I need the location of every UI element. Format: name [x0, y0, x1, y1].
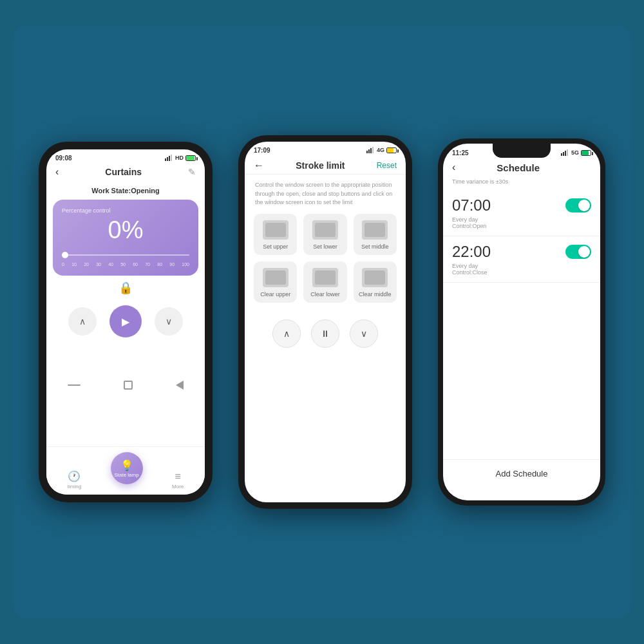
- schedule-control-1: Control:Open: [452, 223, 591, 229]
- phone-notch: [493, 144, 551, 158]
- set-middle-label: Set middle: [361, 243, 389, 250]
- p2-header: ← Stroke limit Reset: [245, 156, 406, 175]
- phone-schedule: 11:25 5G ‹ Schedule Time variance is ±30…: [438, 138, 605, 506]
- clear-lower-label: Clear lower: [310, 291, 340, 298]
- clear-middle-btn[interactable]: Clear middle: [354, 261, 397, 303]
- play-button[interactable]: ▶: [109, 305, 142, 337]
- clear-lower-icon: [312, 268, 338, 287]
- set-lower-label: Set lower: [313, 243, 337, 250]
- p1-title: Curtains: [105, 167, 142, 177]
- percentage-card: Percentage control 0% 010203040 50607080…: [53, 200, 198, 276]
- nav-state-lamp[interactable]: 💡 State lamp: [111, 452, 143, 484]
- schedule-item-2: 22:00 Every day Control:Close: [443, 236, 600, 283]
- network-1: HD: [175, 155, 184, 161]
- battery-icon-2: [386, 147, 397, 153]
- p1-header: ‹ Curtains ✎: [46, 164, 205, 180]
- reset-button[interactable]: Reset: [377, 161, 397, 170]
- stroke-description: Control the window screen to the appropr…: [245, 175, 406, 214]
- phone-curtains: 09:08 HD ‹ Curtains ✎ Work State:Opening: [39, 142, 213, 502]
- set-upper-icon: [263, 220, 289, 240]
- set-upper-btn[interactable]: Set upper: [254, 214, 297, 255]
- back-button-3[interactable]: ‹: [452, 162, 455, 173]
- time-1: 09:08: [55, 155, 72, 162]
- add-schedule-button[interactable]: Add Schedule: [443, 459, 600, 488]
- clear-upper-icon: [263, 268, 289, 287]
- clear-lower-btn[interactable]: Clear lower: [303, 261, 346, 303]
- network-3: 5G: [571, 149, 579, 156]
- clear-upper-label: Clear upper: [260, 291, 290, 298]
- nav-timing[interactable]: 🕐 timing: [68, 470, 81, 489]
- lamp-icon: 💡: [120, 459, 133, 471]
- back-button-2[interactable]: ←: [254, 160, 264, 171]
- recents-button[interactable]: [124, 381, 133, 390]
- schedule-item-1: 07:00 Every day Control:Open: [443, 190, 600, 236]
- signal-icon-3: [561, 149, 568, 156]
- battery-icon-3: [581, 150, 591, 156]
- battery-icon-1: [185, 155, 196, 161]
- schedule-toggle-1[interactable]: [565, 198, 591, 213]
- outer-frame: 09:08 HD ‹ Curtains ✎ Work State:Opening: [13, 26, 631, 618]
- p3-title: Schedule: [460, 162, 576, 173]
- set-middle-icon: [362, 220, 388, 240]
- down-button[interactable]: ∨: [155, 307, 183, 336]
- phone-stroke: 17:09 4G ← Stroke limit Reset Control th…: [238, 135, 412, 509]
- screen-stroke: 17:09 4G ← Stroke limit Reset Control th…: [245, 142, 406, 502]
- schedule-repeat-2: Every day: [452, 263, 591, 269]
- schedule-row-1: 07:00: [452, 196, 591, 214]
- nav-lamp-label: State lamp: [114, 472, 138, 478]
- status-icons-2: 4G: [366, 147, 397, 153]
- screen-schedule: 11:25 5G ‹ Schedule Time variance is ±30…: [443, 144, 600, 500]
- pct-value: 0%: [62, 216, 189, 244]
- p2-pause-btn[interactable]: ⏸: [311, 319, 339, 348]
- screen-curtains: 09:08 HD ‹ Curtains ✎ Work State:Opening: [46, 149, 205, 495]
- slider-thumb: [62, 252, 68, 258]
- lock-icon: 🔒: [46, 276, 205, 300]
- p1-controls: ∧ ▶ ∨: [46, 300, 205, 343]
- status-bar-1: 09:08 HD: [46, 149, 205, 164]
- nav-more[interactable]: ≡ More: [172, 471, 184, 489]
- slider-labels: 010203040 5060708090100: [62, 262, 189, 267]
- clear-middle-label: Clear middle: [359, 291, 392, 298]
- up-button[interactable]: ∧: [68, 307, 97, 336]
- bottom-nav-1: 🕐 timing 💡 State lamp ≡ More: [46, 446, 205, 495]
- timing-icon: 🕐: [68, 470, 80, 482]
- schedule-toggle-2[interactable]: [565, 245, 591, 259]
- back-nav-button[interactable]: [176, 381, 184, 390]
- time-variance-note: Time variance is ±30s: [443, 177, 600, 190]
- status-icons-3: 5G: [561, 149, 591, 156]
- slider-track: [62, 254, 189, 256]
- pct-slider[interactable]: [62, 249, 189, 261]
- p3-header: ‹ Schedule: [443, 158, 600, 177]
- signal-icon-1: [165, 155, 172, 161]
- work-state: Work State:Opening: [46, 180, 205, 200]
- signal-icon-2: [366, 147, 374, 153]
- schedule-detail-1: Every day Control:Open: [452, 216, 591, 229]
- time-2: 17:09: [254, 147, 270, 154]
- schedule-detail-2: Every day Control:Close: [452, 263, 591, 276]
- schedule-control-2: Control:Close: [452, 269, 591, 276]
- p2-up-btn[interactable]: ∧: [272, 319, 301, 348]
- edit-icon-1[interactable]: ✎: [188, 167, 196, 177]
- clear-middle-icon: [362, 268, 388, 287]
- pct-label: Percentage control: [62, 207, 189, 214]
- network-2: 4G: [377, 147, 384, 153]
- more-icon: ≡: [175, 471, 180, 482]
- schedule-repeat-1: Every day: [452, 216, 591, 223]
- p2-nav-controls: ∧ ⏸ ∨: [245, 309, 406, 354]
- p2-down-btn[interactable]: ∨: [350, 319, 378, 348]
- status-bar-2: 17:09 4G: [245, 142, 406, 156]
- set-upper-label: Set upper: [263, 243, 288, 250]
- p2-title: Stroke limit: [296, 160, 345, 171]
- set-middle-btn[interactable]: Set middle: [354, 214, 397, 255]
- set-lower-btn[interactable]: Set lower: [303, 214, 346, 255]
- schedule-time-1: 07:00: [452, 196, 491, 214]
- system-nav-1: [46, 381, 205, 392]
- schedule-row-2: 22:00: [452, 243, 591, 261]
- home-indicator: [68, 384, 80, 386]
- clear-upper-btn[interactable]: Clear upper: [254, 261, 297, 303]
- schedule-time-2: 22:00: [452, 243, 491, 261]
- nav-more-label: More: [172, 484, 184, 489]
- back-button-1[interactable]: ‹: [55, 166, 59, 178]
- time-3: 11:25: [452, 149, 469, 156]
- status-icons-1: HD: [165, 155, 196, 161]
